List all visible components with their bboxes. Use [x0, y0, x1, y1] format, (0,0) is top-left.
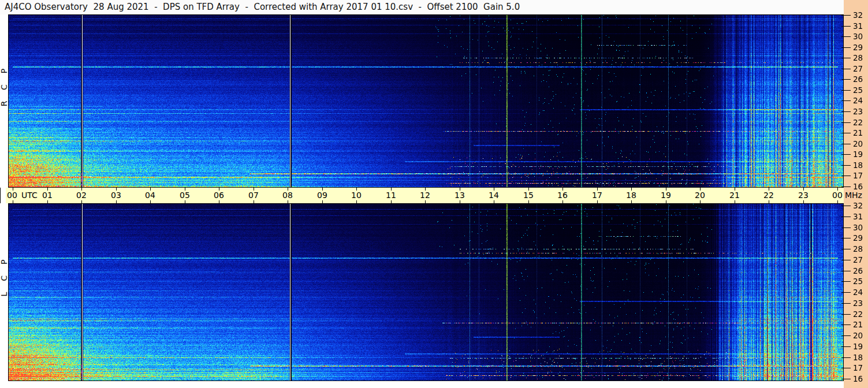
frequency-unit-label: MHz	[845, 191, 862, 200]
freq-tick	[841, 335, 851, 336]
freq-tick	[841, 165, 851, 166]
freq-tick	[841, 144, 851, 144]
freq-tick-label: 23	[853, 299, 867, 308]
hour-label: 13	[451, 191, 468, 200]
freq-tick	[841, 26, 851, 27]
freq-tick-label: 29	[853, 43, 867, 52]
app-window: AJ4CO Observatory 28 Aug 2021 - DPS on T…	[0, 0, 868, 388]
freq-tick	[841, 36, 851, 37]
utc-unit-label: UTC	[21, 191, 38, 200]
freq-tick-label: 27	[853, 255, 867, 264]
freq-tick-label: 21	[853, 320, 867, 329]
freq-tick	[841, 249, 851, 249]
freq-tick	[841, 368, 851, 368]
freq-tick-label: 26	[853, 266, 867, 275]
hour-label: 16	[554, 191, 571, 200]
hour-label: 11	[382, 191, 400, 200]
freq-tick-label: 23	[853, 107, 867, 116]
freq-tick-label: 32	[853, 201, 867, 210]
rcp-polarization-label: RCP	[0, 58, 9, 106]
freq-tick	[841, 47, 851, 48]
freq-tick-label: 26	[853, 74, 867, 84]
hour-label: 22	[760, 191, 777, 200]
hour-label: 17	[588, 191, 606, 200]
freq-tick-label: 16	[853, 182, 867, 191]
spectrogram-lcp	[8, 203, 844, 381]
freq-tick	[841, 292, 851, 293]
freq-tick-label: 28	[853, 53, 867, 62]
freq-tick	[841, 133, 851, 133]
freq-tick-label: 19	[853, 342, 867, 351]
freq-tick-label: 22	[853, 309, 867, 319]
freq-tick	[841, 238, 851, 238]
freq-tick-label: 18	[853, 161, 867, 170]
freq-tick-label: 30	[853, 32, 867, 41]
freq-tick-label: 18	[853, 353, 867, 362]
lcp-label-gutter: LCP	[0, 203, 8, 381]
freq-tick-label: 16	[853, 374, 867, 383]
hour-label: 01	[39, 191, 56, 200]
hour-label: 00	[7, 191, 17, 200]
freq-tick-label: 31	[853, 212, 867, 221]
hour-label: 05	[176, 191, 193, 200]
freq-tick	[841, 379, 851, 379]
freq-tick-label: 25	[853, 277, 867, 286]
freq-tick	[841, 281, 851, 282]
hour-label: 18	[623, 191, 640, 200]
freq-tick	[841, 154, 851, 155]
hour-label: 10	[348, 191, 365, 200]
frequency-axis-band: MHz 323130292827262524232221201918171632…	[844, 0, 868, 388]
hour-label: 02	[73, 191, 90, 200]
hour-label: 07	[245, 191, 262, 200]
freq-tick-label: 19	[853, 150, 867, 159]
freq-tick	[841, 122, 851, 123]
title-bar: AJ4CO Observatory 28 Aug 2021 - DPS on T…	[0, 0, 844, 14]
hour-label: 21	[726, 191, 743, 200]
freq-tick	[841, 100, 851, 101]
freq-tick-label: 20	[853, 331, 867, 340]
hour-label: 04	[141, 191, 159, 200]
freq-tick	[841, 186, 851, 187]
freq-tick-label: 27	[853, 64, 867, 73]
hour-label: 20	[691, 191, 709, 200]
freq-tick	[841, 176, 851, 176]
freq-tick	[841, 217, 851, 217]
hour-label: 23	[795, 191, 812, 200]
time-axis: 0001020304050607080910111213141516171819…	[6, 188, 844, 203]
freq-tick	[841, 227, 851, 228]
hour-label: 15	[520, 191, 537, 200]
freq-tick	[841, 69, 851, 69]
freq-tick	[841, 260, 851, 260]
hour-label: 03	[107, 191, 125, 200]
freq-tick-label: 30	[853, 223, 867, 232]
rcp-label-gutter: RCP	[0, 14, 8, 188]
hour-label: 08	[279, 191, 296, 200]
freq-tick	[841, 303, 851, 304]
freq-tick	[841, 357, 851, 358]
lcp-polarization-label: LCP	[0, 249, 9, 297]
freq-tick	[841, 206, 851, 206]
freq-tick-label: 22	[853, 118, 867, 127]
freq-tick	[841, 58, 851, 58]
hour-label: 19	[657, 191, 675, 200]
freq-tick	[841, 314, 851, 315]
freq-tick-label: 21	[853, 128, 867, 137]
freq-tick	[841, 271, 851, 271]
hour-label: 12	[416, 191, 434, 200]
page-title: AJ4CO Observatory 28 Aug 2021 - DPS on T…	[5, 2, 520, 12]
freq-tick	[841, 90, 851, 91]
freq-tick-label: 28	[853, 244, 867, 253]
freq-tick-label: 32	[853, 10, 867, 20]
bottom-margin	[0, 381, 844, 388]
freq-tick-label: 20	[853, 139, 867, 148]
freq-tick-label: 24	[853, 96, 867, 105]
freq-tick	[841, 15, 851, 16]
freq-tick-label: 25	[853, 85, 867, 95]
freq-tick	[841, 111, 851, 112]
freq-tick-label: 24	[853, 288, 867, 297]
freq-tick-label: 17	[853, 363, 867, 372]
freq-tick	[841, 346, 851, 347]
freq-tick	[841, 324, 851, 325]
freq-tick	[841, 79, 851, 80]
hour-label: 09	[314, 191, 331, 200]
